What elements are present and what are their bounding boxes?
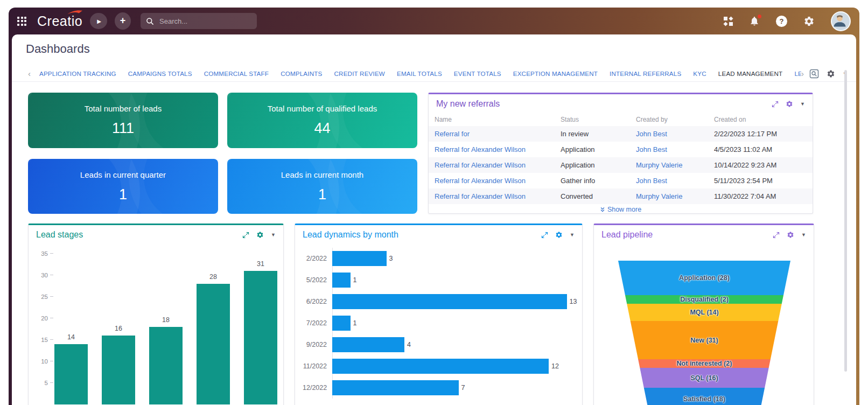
panel-gear-icon[interactable] (787, 231, 794, 239)
bar[interactable] (332, 337, 404, 352)
bar[interactable] (149, 327, 183, 404)
panel-caret-icon[interactable]: ▼ (800, 101, 805, 107)
kpi-value: 1 (318, 186, 326, 203)
bar[interactable] (54, 344, 88, 404)
creatio-logo[interactable]: Creatio (37, 13, 82, 29)
expand-icon[interactable] (242, 232, 249, 239)
panel-gear-icon[interactable] (256, 231, 264, 239)
funnel-segment-mql-14-[interactable]: MQL (14) (618, 304, 790, 321)
referral-status: Application (561, 161, 636, 169)
referral-created-on: 10/14/2022 9:23 AM (714, 161, 807, 169)
referral-created-by-link[interactable]: Murphy Valerie (636, 161, 714, 169)
bar[interactable] (332, 316, 351, 331)
bar[interactable] (332, 294, 567, 309)
column-header-created-by[interactable]: Created by (636, 116, 714, 123)
expand-icon[interactable] (541, 232, 548, 239)
funnel-segment-application-28-[interactable]: Application (28) (618, 261, 790, 295)
panel-caret-icon[interactable]: ▼ (570, 232, 575, 238)
vertical-scrollbar[interactable] (844, 70, 847, 372)
tab-list: APPLICATION TRACKINGCAMPAIGNS TOTALSCOMM… (39, 70, 801, 77)
user-avatar[interactable] (831, 11, 851, 31)
referral-created-by-link[interactable]: John Best (636, 145, 714, 153)
chart-row: 9/20224 (303, 334, 575, 355)
referral-name-link[interactable]: Referral for Alexander Wilson (435, 161, 561, 169)
kpi-card-leads-in-current-month: Leads in current month1 (227, 159, 417, 214)
referrals-body: Referral forIn reviewJohn Best2/22/2023 … (429, 126, 813, 204)
funnel-segment-disqualified-2-[interactable]: Disqualified (2) (618, 295, 790, 304)
tab-application-tracking[interactable]: APPLICATION TRACKING (39, 70, 116, 77)
referral-created-by-link[interactable]: John Best (636, 177, 714, 185)
tab-kyc[interactable]: KYC (693, 70, 706, 77)
bar[interactable] (102, 336, 135, 404)
panel-gear-icon[interactable] (786, 100, 793, 108)
run-process-button[interactable]: ▶ (90, 13, 107, 29)
dashboard-tab-bar: ‹ APPLICATION TRACKINGCAMPAIGNS TOTALSCO… (12, 66, 856, 82)
referral-name-link[interactable]: Referral for (435, 130, 561, 138)
quick-add-button[interactable]: + (115, 12, 131, 30)
notifications-bell-icon[interactable] (749, 16, 760, 26)
expand-icon[interactable] (772, 101, 779, 108)
bar[interactable] (332, 359, 549, 374)
column-header-name[interactable]: Name (435, 116, 561, 123)
bar[interactable] (332, 380, 459, 395)
funnel-segment-sql-16-[interactable]: SQL (16) (618, 368, 790, 388)
view-search-icon[interactable] (809, 69, 819, 79)
table-row: Referral for Alexander WilsonConvertedMu… (429, 188, 813, 204)
tab-complaints[interactable]: COMPLAINTS (281, 70, 322, 77)
referral-name-link[interactable]: Referral for Alexander Wilson (435, 177, 561, 185)
panel-caret-icon[interactable]: ▼ (271, 232, 276, 238)
search-input[interactable] (158, 17, 241, 26)
funnel-segment-label: SQL (16) (690, 374, 718, 382)
lead-pipeline-panel: Lead pipeline ▼ Application (28)Disquali… (593, 224, 814, 405)
chart-row: 12/20227 (303, 377, 575, 399)
logo-text: Creatio (37, 13, 82, 29)
funnel-segment-label: Not interested (2) (677, 360, 732, 367)
tab-internal-referrals[interactable]: INTERNAL REFERRALS (610, 70, 681, 77)
funnel-segment-label: Application (28) (679, 274, 730, 282)
funnel-segment-not-interested-2-[interactable]: Not interested (2) (618, 359, 790, 368)
category-label: 7/2022 (303, 319, 327, 327)
tab-event-totals[interactable]: EVENT TOTALS (454, 70, 501, 77)
tabs-scroll-left-icon[interactable]: ‹ (28, 69, 31, 78)
show-more-link[interactable]: Show more (429, 206, 813, 213)
panel-caret-icon[interactable]: ▼ (801, 232, 806, 238)
panel-gear-icon[interactable] (555, 231, 563, 239)
marketplace-icon[interactable] (724, 17, 733, 26)
kpi-card-total-number-of-qualified-leads: Total number of qualified leads44 (227, 93, 417, 148)
column-header-status[interactable]: Status (561, 116, 636, 123)
tab-lea[interactable]: LEA (794, 70, 801, 77)
category-label: 11/2022 (303, 362, 327, 370)
bar[interactable] (244, 271, 277, 404)
double-chevron-down-icon (600, 207, 605, 212)
funnel-segment-new-31-[interactable]: New (31) (618, 321, 790, 359)
settings-gear-icon[interactable] (803, 16, 815, 27)
tab-campaigns-totals[interactable]: CAMPAIGNS TOTALS (128, 70, 192, 77)
global-search[interactable] (141, 13, 257, 29)
referral-name-link[interactable]: Referral for Alexander Wilson (435, 192, 561, 200)
tab-credit-review[interactable]: CREDIT REVIEW (334, 70, 386, 77)
bar[interactable] (332, 273, 351, 288)
kpi-label: Total number of qualified leads (268, 104, 377, 113)
tabs-scroll-right-icon[interactable]: › (801, 69, 804, 78)
bar[interactable] (332, 251, 387, 266)
top-bar: Creatio ▶ + ? (9, 8, 859, 34)
app-launcher-icon[interactable] (17, 17, 26, 26)
referral-name-link[interactable]: Referral for Alexander Wilson (435, 145, 561, 153)
referral-status: Converted (561, 192, 636, 200)
kpi-value: 1 (119, 186, 127, 203)
bar-value-label: 7 (461, 384, 465, 392)
tab-exception-management[interactable]: EXCEPTION MANAGEMENT (513, 70, 598, 77)
bar[interactable] (197, 284, 230, 404)
tab-lead-management[interactable]: LEAD MANAGEMENT (718, 70, 783, 77)
funnel-segment-satisfied-18-[interactable]: Satisfied (18) (618, 388, 790, 405)
expand-icon[interactable] (773, 232, 780, 239)
kpi-label: Leads in current month (281, 170, 363, 179)
help-icon[interactable]: ? (776, 16, 787, 27)
dashboard-settings-gear-icon[interactable] (827, 69, 835, 78)
tab-email-totals[interactable]: EMAIL TOTALS (397, 70, 442, 77)
page-title: Dashboards (26, 42, 90, 56)
referral-created-by-link[interactable]: Murphy Valerie (636, 192, 714, 200)
referral-created-by-link[interactable]: John Best (636, 130, 714, 138)
column-header-created-on[interactable]: Created on (714, 116, 807, 123)
tab-commercial-staff[interactable]: COMMERCIAL STAFF (204, 70, 269, 77)
